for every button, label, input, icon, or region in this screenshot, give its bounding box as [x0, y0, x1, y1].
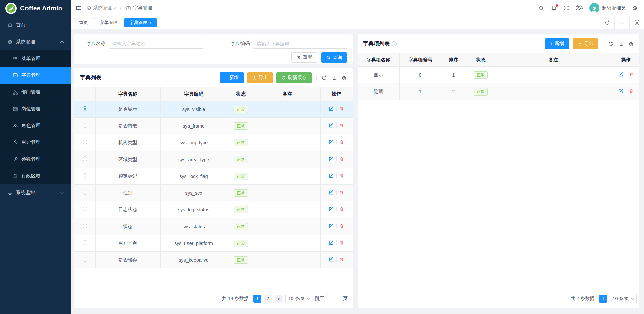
tab-home[interactable]: 首页: [74, 18, 93, 27]
table-settings-gear-icon[interactable]: [341, 75, 347, 81]
delete-icon[interactable]: [339, 207, 344, 211]
radio[interactable]: [83, 123, 87, 128]
delete-icon[interactable]: [339, 190, 344, 195]
divider: [336, 190, 337, 195]
delete-icon[interactable]: [339, 156, 344, 161]
delete-icon[interactable]: [339, 140, 344, 144]
refresh-table-icon[interactable]: [608, 41, 614, 47]
sidebar-item-param-mgmt[interactable]: 参数管理: [0, 151, 71, 168]
reset-button[interactable]: 重置: [291, 52, 317, 63]
sidebar-item-dept-mgmt[interactable]: 部门管理: [0, 84, 71, 101]
edit-icon[interactable]: [329, 106, 334, 111]
translate-icon[interactable]: 文A: [576, 5, 583, 11]
table-row[interactable]: 用户平台 sys_user_platform 正常: [74, 235, 353, 252]
edit-icon[interactable]: [329, 156, 334, 162]
delete-icon[interactable]: [339, 106, 344, 111]
radio[interactable]: [83, 224, 87, 228]
sidebar-item-role-mgmt[interactable]: 角色管理: [0, 117, 71, 134]
cell-item-sort: 2: [441, 83, 467, 100]
table-row[interactable]: 显示 0 1 正常: [358, 67, 639, 83]
delete-icon[interactable]: [339, 123, 344, 128]
sidebar-item-dict-mgmt[interactable]: A 字典管理: [0, 67, 71, 84]
notification-bell-icon[interactable]: [551, 5, 557, 11]
page-1-button[interactable]: 1: [599, 295, 607, 303]
page-1-button[interactable]: 1: [253, 295, 261, 303]
table-settings-gear-icon[interactable]: [628, 41, 634, 47]
leaf-logo-icon: [5, 3, 17, 14]
delete-icon[interactable]: [339, 240, 344, 245]
tab-options-chevron-icon[interactable]: [614, 16, 629, 29]
edit-icon[interactable]: [329, 224, 334, 229]
sidebar-item-system[interactable]: 系统管理: [0, 34, 71, 50]
tab-close-icon[interactable]: x: [150, 21, 152, 25]
edit-icon[interactable]: [618, 72, 623, 77]
page-size-select[interactable]: 10 条/页: [610, 294, 637, 303]
radio[interactable]: [83, 140, 87, 144]
export-button[interactable]: 导出: [247, 72, 273, 83]
delete-icon[interactable]: [339, 257, 344, 262]
refresh-cache-button[interactable]: 刷新缓存: [276, 72, 312, 83]
dict-name-input[interactable]: [109, 39, 204, 49]
tab-dict-mgmt[interactable]: 字典管理 x: [124, 18, 157, 27]
page-2-button[interactable]: 2: [264, 295, 272, 303]
export-item-button[interactable]: 导出: [573, 38, 598, 49]
tab-menu-mgmt[interactable]: 菜单管理: [95, 18, 122, 27]
radio[interactable]: [83, 106, 87, 111]
delete-icon[interactable]: [339, 224, 344, 228]
fullscreen-icon[interactable]: [564, 5, 569, 11]
sidebar-item-admin-region[interactable]: 行政区域: [0, 168, 71, 184]
next-page-button[interactable]: >: [275, 295, 283, 303]
table-row[interactable]: 是否显示 sys_visible 正常: [74, 101, 353, 118]
table-row[interactable]: 状态 sys_status 正常: [74, 218, 353, 235]
sidebar-item-home[interactable]: 首页: [0, 17, 71, 34]
dict-code-input[interactable]: [253, 39, 348, 49]
table-row[interactable]: 机构类型 sys_org_type 正常: [74, 134, 353, 151]
settings-gear-icon[interactable]: [632, 5, 638, 11]
table-row[interactable]: 锁定标记 sys_lock_flag 正常: [74, 168, 353, 185]
table-row[interactable]: 是否内嵌 sys_frame 正常: [74, 118, 353, 134]
sidebar-item-post-mgmt[interactable]: 岗位管理: [0, 101, 71, 117]
add-item-button[interactable]: +新增: [545, 38, 569, 49]
sidebar-item-menu-mgmt[interactable]: 菜单管理: [0, 50, 71, 67]
maximize-view-icon[interactable]: [629, 16, 644, 29]
page-size-select[interactable]: 10 条/页: [285, 294, 312, 303]
table-row[interactable]: 日志状态 sys_log_status 正常: [74, 201, 353, 218]
table-row[interactable]: 区域类型 sys_area_type 正常: [74, 151, 353, 168]
add-button[interactable]: +新增: [220, 72, 244, 83]
radio[interactable]: [83, 257, 87, 262]
table-row[interactable]: 隐藏 1 2 正常: [358, 83, 639, 100]
search-icon[interactable]: [539, 5, 544, 11]
edit-icon[interactable]: [329, 123, 334, 128]
edit-icon[interactable]: [618, 89, 623, 94]
radio[interactable]: [83, 240, 87, 245]
breadcrumb-parent[interactable]: 系统管理: [86, 5, 115, 11]
refresh-table-icon[interactable]: [321, 75, 327, 81]
radio[interactable]: [83, 190, 87, 195]
table-row[interactable]: 是否缓存 sys_keepalive 正常: [74, 252, 353, 268]
radio[interactable]: [83, 207, 87, 211]
col-item-name: 字典项名称: [358, 53, 399, 67]
sidebar-item-monitor[interactable]: 系统监控: [0, 184, 71, 201]
row-height-icon[interactable]: [332, 75, 337, 80]
user-menu[interactable]: 超级管理员: [589, 3, 626, 13]
radio[interactable]: [83, 156, 87, 161]
edit-icon[interactable]: [329, 240, 334, 245]
table-row[interactable]: 性别 sys_sex 正常: [74, 185, 353, 201]
sidebar-collapse-icon[interactable]: [75, 5, 82, 11]
edit-icon[interactable]: [329, 173, 334, 178]
jump-page-input[interactable]: [327, 294, 340, 303]
edit-icon[interactable]: [329, 257, 334, 262]
radio[interactable]: [83, 173, 87, 178]
row-height-icon[interactable]: [619, 41, 624, 46]
edit-icon[interactable]: [329, 140, 334, 145]
delete-icon[interactable]: [629, 89, 634, 93]
edit-icon[interactable]: [329, 190, 334, 195]
edit-icon[interactable]: [329, 207, 334, 212]
query-button[interactable]: 查询: [321, 52, 347, 63]
sidebar-item-user-mgmt[interactable]: 用户管理: [0, 134, 71, 151]
delete-icon[interactable]: [339, 173, 344, 178]
refresh-tab-icon[interactable]: [600, 16, 614, 29]
dict-item-header: 字典项列表 i +新增 导出: [358, 34, 639, 53]
cell-dict-name: 是否显示: [95, 101, 160, 118]
delete-icon[interactable]: [629, 72, 634, 77]
